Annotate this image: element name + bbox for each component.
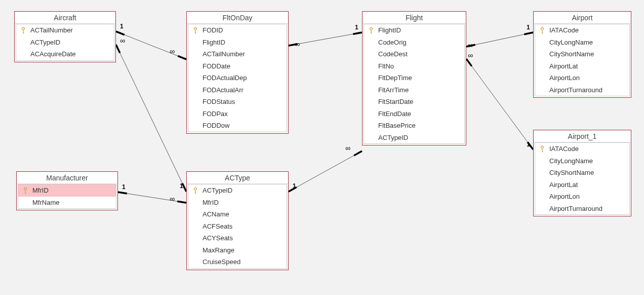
field-row[interactable]: FltStartDate xyxy=(364,96,464,108)
field-row[interactable]: CityLongName xyxy=(535,155,629,167)
field-row[interactable]: CityShortName xyxy=(535,167,629,179)
relation-end-bar xyxy=(116,45,120,53)
table-aircraft[interactable]: AircraftACTailNumberACTypeIDACAcquireDat… xyxy=(14,11,116,62)
primary-key-icon xyxy=(191,187,199,194)
field-label: ACFSeats xyxy=(203,222,283,231)
cardinality-many-label: ∞ xyxy=(345,144,350,152)
field-row[interactable]: AirportLon xyxy=(535,72,629,84)
field-row[interactable]: IATACode xyxy=(535,24,629,36)
field-list: ACTailNumberACTypeIDACAcquireDate xyxy=(16,24,114,61)
field-row[interactable]: FlightID xyxy=(364,24,464,36)
field-row[interactable]: FODDow xyxy=(188,120,287,132)
field-row[interactable]: AirportLon xyxy=(535,191,629,203)
field-row[interactable]: FltDepTime xyxy=(364,72,464,84)
field-row[interactable]: FODActualDep xyxy=(188,72,287,84)
field-label: CodeDest xyxy=(378,50,460,59)
svg-line-14 xyxy=(542,151,543,152)
field-row[interactable]: FODDate xyxy=(188,60,287,72)
field-row[interactable]: FODActualArr xyxy=(188,84,287,96)
field-row[interactable]: ACAcquireDate xyxy=(16,48,114,60)
field-row[interactable]: ACTypeID xyxy=(188,185,287,197)
field-row[interactable]: AirportTurnaround xyxy=(535,84,629,96)
cardinality-one-label: 1 xyxy=(122,183,126,191)
relation-end-bar xyxy=(353,32,362,34)
relation-line[interactable] xyxy=(118,192,186,203)
table-title[interactable]: ACType xyxy=(187,172,288,184)
svg-point-18 xyxy=(194,187,197,191)
table-title[interactable]: Airport_1 xyxy=(534,130,631,142)
field-label: FODDate xyxy=(203,62,283,71)
field-row[interactable]: ACFSeats xyxy=(188,220,287,233)
field-row[interactable]: FltArrTime xyxy=(364,84,464,96)
field-row[interactable]: ACTypeID xyxy=(16,36,114,49)
field-label: CityLongName xyxy=(549,38,625,47)
table-fltonday[interactable]: FltOnDayFODIDFlightIDACTailNumberFODDate… xyxy=(186,11,289,134)
table-title[interactable]: Manufacturer xyxy=(17,172,117,184)
field-row[interactable]: MfrID xyxy=(18,185,116,197)
field-label: CityLongName xyxy=(549,157,625,166)
field-row[interactable]: ACYSeats xyxy=(188,232,287,244)
relation-line[interactable] xyxy=(466,59,533,150)
table-actype[interactable]: ACTypeACTypeIDMfrIDACNameACFSeatsACYSeat… xyxy=(186,171,289,270)
field-row[interactable]: MfrID xyxy=(188,197,287,209)
field-row[interactable]: FltEndDate xyxy=(364,108,464,120)
relationship-canvas: 1∞∞1∞11∞1∞∞1∞1 AircraftACTailNumberACTyp… xyxy=(0,0,644,295)
field-list: FlightIDCodeOrigCodeDestFltNoFltDepTimeF… xyxy=(364,24,465,144)
field-row[interactable]: CodeDest xyxy=(364,48,464,60)
field-row[interactable]: FODID xyxy=(188,24,287,36)
table-title[interactable]: Aircraft xyxy=(15,12,115,24)
field-label: IATACode xyxy=(549,144,625,154)
table-title[interactable]: Airport xyxy=(534,12,631,24)
field-label: MfrID xyxy=(32,186,112,195)
svg-point-6 xyxy=(370,27,373,30)
field-row[interactable]: CruiseSpeed xyxy=(188,256,287,268)
field-row[interactable]: CityLongName xyxy=(535,36,629,49)
field-row[interactable]: AirportTurnaround xyxy=(535,203,629,215)
field-label: FODDow xyxy=(203,121,283,130)
relation-end-bar xyxy=(289,187,297,192)
field-row[interactable]: IATACode xyxy=(535,143,629,155)
table-title[interactable]: Flight xyxy=(363,12,466,24)
svg-line-11 xyxy=(542,32,543,33)
field-row[interactable]: FlightID xyxy=(188,36,287,49)
cardinality-many-label: ∞ xyxy=(468,51,473,59)
field-row[interactable]: FODPax xyxy=(188,108,287,120)
table-airport[interactable]: AirportIATACodeCityLongNameCityShortName… xyxy=(533,11,631,98)
field-row[interactable]: FODStatus xyxy=(188,96,287,108)
field-row[interactable]: ACTailNumber xyxy=(188,48,287,60)
field-label: ACYSeats xyxy=(203,234,283,243)
table-title[interactable]: FltOnDay xyxy=(187,12,288,24)
primary-key-icon xyxy=(19,27,27,34)
field-row[interactable]: CodeOrig xyxy=(364,36,464,49)
relation-line[interactable] xyxy=(116,45,186,192)
svg-line-17 xyxy=(25,193,26,194)
field-label: AirportLon xyxy=(549,192,625,201)
field-row[interactable]: ACTypeID xyxy=(364,132,464,144)
relation-end-bar xyxy=(524,32,533,34)
field-row[interactable]: MfrName xyxy=(18,197,116,209)
field-label: ACAcquireDate xyxy=(30,50,110,59)
primary-key-icon xyxy=(21,187,29,194)
field-row[interactable]: CityShortName xyxy=(535,48,629,60)
field-row[interactable]: ACTailNumber xyxy=(16,24,114,36)
relation-line[interactable] xyxy=(289,32,362,46)
relation-line[interactable] xyxy=(466,32,533,47)
field-row[interactable]: AirportLat xyxy=(535,179,629,191)
table-flight[interactable]: FlightFlightIDCodeOrigCodeDestFltNoFltDe… xyxy=(362,11,466,145)
svg-point-9 xyxy=(541,27,544,30)
field-label: AirportLat xyxy=(549,180,625,190)
field-row[interactable]: FltBasePrice xyxy=(364,120,464,132)
field-row[interactable]: ACName xyxy=(188,208,287,220)
field-row[interactable]: MaxRange xyxy=(188,244,287,256)
svg-point-15 xyxy=(24,187,27,191)
field-row[interactable]: AirportLat xyxy=(535,60,629,72)
table-manufacturer[interactable]: ManufacturerMfrIDMfrName xyxy=(16,171,118,210)
table-airport1[interactable]: Airport_1IATACodeCityLongNameCityShortNa… xyxy=(533,130,631,216)
field-row[interactable]: FltNo xyxy=(364,60,464,72)
relation-line[interactable] xyxy=(116,31,186,59)
field-label: ACTypeID xyxy=(203,186,283,195)
field-label: FltEndDate xyxy=(378,109,460,119)
relation-line[interactable] xyxy=(289,151,362,192)
primary-key-icon xyxy=(538,145,546,153)
field-label: FltBasePrice xyxy=(378,121,460,130)
